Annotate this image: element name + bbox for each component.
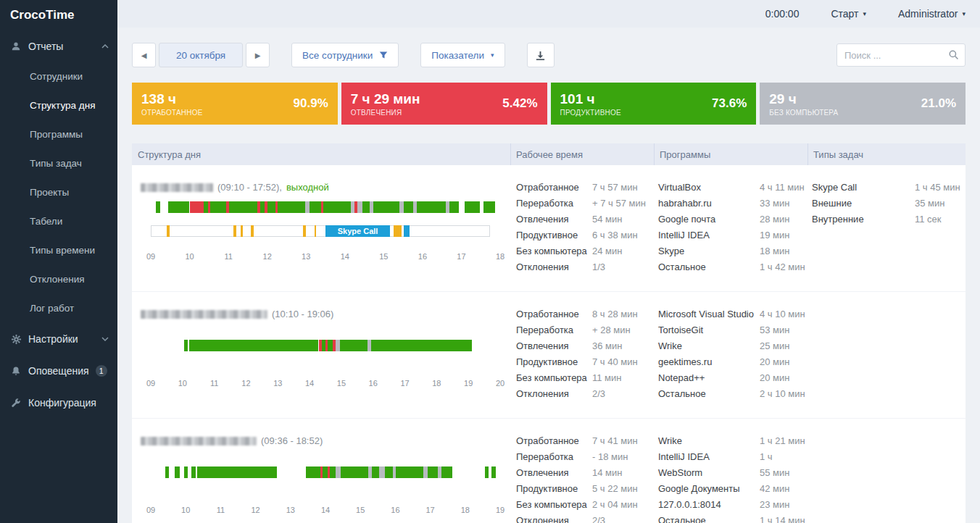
- employees-filter-button[interactable]: Все сотрудники: [291, 43, 399, 67]
- employee-name-redacted[interactable]: [141, 437, 257, 445]
- sidebar-section-settings[interactable]: Настройки: [0, 323, 117, 355]
- date-button[interactable]: 20 октября: [159, 43, 243, 67]
- timeline-segment: [404, 225, 410, 237]
- detail-label: habrahabr.ru: [658, 196, 760, 212]
- sidebar-item-1[interactable]: Структура дня: [0, 91, 117, 120]
- timeline-segment: [278, 201, 305, 213]
- axis-label: 12: [241, 379, 250, 388]
- detail-row: Внешние35 мин: [812, 196, 966, 212]
- col-header-worktime: Рабочее время: [510, 143, 654, 165]
- detail-label: Остальное: [658, 259, 760, 275]
- search-box: [836, 43, 966, 67]
- sidebar-item-4[interactable]: Проекты: [0, 178, 117, 207]
- next-day-button[interactable]: ▶: [246, 43, 270, 67]
- indicators-button[interactable]: Показатели ▾: [420, 43, 504, 67]
- user-menu[interactable]: Administrator ▾: [898, 8, 966, 20]
- detail-label: Остальное: [658, 386, 760, 402]
- detail-row: Отработанное7 ч 57 мин: [516, 180, 654, 196]
- detail-label: Отклонения: [516, 386, 592, 402]
- detail-row: Отклонения2/3: [516, 513, 654, 523]
- sidebar-item-2[interactable]: Программы: [0, 120, 117, 149]
- detail-value: 1/3: [592, 259, 605, 275]
- sidebar-item-0[interactable]: Сотрудники: [0, 62, 117, 91]
- sidebar-item-7[interactable]: Отклонения: [0, 265, 117, 294]
- sidebar-section-notifications[interactable]: Оповещения 1: [0, 355, 117, 387]
- detail-label: Переработка: [516, 322, 592, 338]
- sidebar-item-8[interactable]: Лог работ: [0, 294, 117, 323]
- axis-label: 13: [286, 506, 295, 514]
- timeline-segment: [465, 201, 480, 213]
- stat-card-1[interactable]: 7 ч 29 минОТВЛЕЧЕНИЯ5.42%: [341, 83, 547, 125]
- detail-row: Отработанное7 ч 41 мин: [516, 433, 654, 449]
- sidebar-item-5[interactable]: Табели: [0, 207, 117, 236]
- app-logo[interactable]: CrocoTime: [0, 0, 117, 30]
- detail-value: 11 сек: [915, 212, 942, 227]
- activity-timeline[interactable]: [151, 340, 500, 351]
- axis-label: 17: [425, 506, 434, 514]
- detail-value: 14 мин: [592, 465, 622, 481]
- detail-value: + 28 мин: [592, 322, 631, 338]
- stat-card-3[interactable]: 29 чБЕЗ КОМПЬЮТЕРА21.0%: [760, 83, 966, 125]
- sidebar-section-reports[interactable]: Отчеты: [0, 30, 117, 62]
- detail-label: 127.0.0.1:8014: [658, 497, 760, 513]
- axis-label: 14: [321, 506, 330, 514]
- detail-row: WebStorm55 мин: [658, 465, 807, 481]
- detail-label: Отвлечения: [516, 212, 592, 227]
- sidebar-section-label: Конфигурация: [28, 397, 96, 409]
- activity-timeline[interactable]: [151, 466, 500, 478]
- employee-name-redacted[interactable]: [141, 183, 213, 192]
- employee-time-range: (09:10 - 17:52),: [217, 180, 282, 196]
- employee-name-redacted[interactable]: [141, 310, 267, 319]
- stat-card-0[interactable]: 138 чОТРАБОТАННОЕ90.9%: [132, 83, 338, 125]
- stat-value: 138 ч: [141, 91, 203, 107]
- sidebar-item-6[interactable]: Типы времени: [0, 236, 117, 265]
- caret-down-icon: ▾: [863, 11, 866, 17]
- stat-value: 7 ч 29 мин: [351, 91, 420, 107]
- detail-value: 36 мин: [592, 338, 622, 354]
- axis-label: 16: [369, 379, 378, 388]
- detail-row: Отклонения2/3: [516, 386, 654, 402]
- detail-label: IntelliJ IDEA: [658, 227, 760, 243]
- start-button[interactable]: Старт ▾: [831, 8, 866, 20]
- axis-label: 09: [146, 379, 155, 388]
- timeline-segment: [323, 466, 328, 478]
- sidebar-item-3[interactable]: Типы задач: [0, 149, 117, 178]
- axis-label: 17: [457, 252, 465, 261]
- sidebar-section-configuration[interactable]: Конфигурация: [0, 387, 117, 419]
- detail-row: Остальное1 ч 42 мин: [658, 259, 807, 275]
- stat-percent: 90.9%: [294, 96, 328, 111]
- detail-row: Отработанное8 ч 28 мин: [516, 306, 654, 322]
- detail-row: Wrike1 ч 21 мин: [658, 433, 807, 449]
- search-icon[interactable]: [948, 49, 959, 60]
- detail-row: Notepad++20 мин: [658, 370, 807, 386]
- stat-card-2[interactable]: 101 чПРОДУКТИВНОЕ73.6%: [551, 83, 757, 125]
- detail-row: Отвлечения54 мин: [516, 212, 654, 227]
- timeline-segment: [175, 466, 180, 478]
- axis-label: 16: [391, 506, 399, 514]
- task-timeline[interactable]: Skype Call: [151, 225, 500, 237]
- employees-filter-label: Все сотрудники: [302, 50, 373, 61]
- activity-timeline[interactable]: [151, 201, 500, 213]
- timeline-segment: [417, 201, 446, 213]
- skype-call-segment: Skype Call: [325, 225, 390, 237]
- chevron-down-icon: [101, 337, 109, 341]
- detail-row: Внутренние11 сек: [812, 212, 966, 227]
- detail-value: 18 мин: [760, 243, 789, 259]
- timeline-segment: [251, 225, 254, 237]
- timeline-segment: [385, 466, 393, 478]
- timeline-axis: 091011121314151617181920: [151, 379, 500, 389]
- sidebar-section-label: Оповещения: [28, 365, 89, 377]
- prev-day-button[interactable]: ◀: [132, 43, 156, 67]
- download-button[interactable]: [527, 43, 555, 67]
- timeline-segment: [371, 340, 473, 351]
- stat-value: 29 ч: [769, 91, 838, 107]
- timeline-segment: [267, 201, 275, 213]
- detail-row: Продуктивное6 ч 38 мин: [516, 227, 654, 243]
- detail-value: 54 мин: [592, 212, 622, 227]
- detail-value: 7 ч 40 мин: [592, 354, 638, 370]
- axis-label: 14: [341, 252, 349, 261]
- axis-label: 20: [496, 379, 504, 388]
- search-input[interactable]: [836, 43, 966, 67]
- detail-value: 19 мин: [760, 227, 789, 243]
- download-icon: [535, 50, 546, 61]
